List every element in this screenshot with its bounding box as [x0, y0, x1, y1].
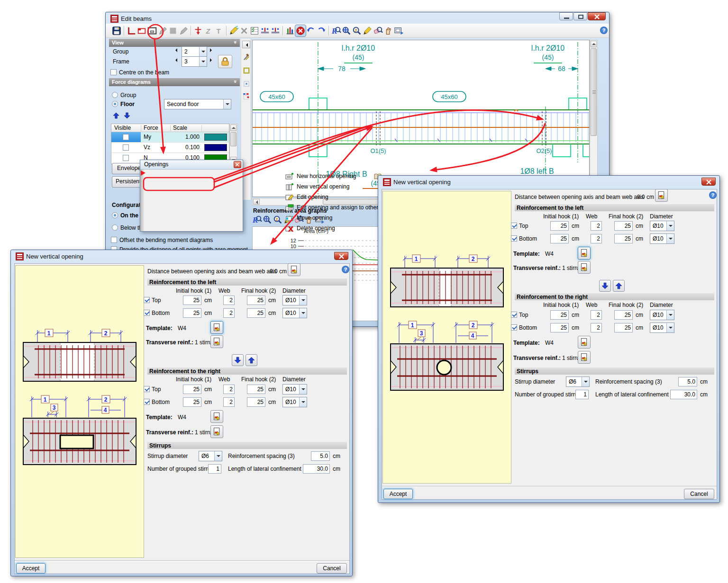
force-group-radio[interactable] — [112, 92, 118, 98]
drawing-vscrollbar[interactable] — [590, 40, 598, 197]
visible-cell-selected[interactable] — [111, 132, 141, 142]
copy-down-button[interactable] — [232, 354, 244, 366]
redraw-button[interactable] — [362, 25, 373, 36]
final-hook-input[interactable] — [614, 323, 633, 332]
confinement-input[interactable] — [303, 464, 330, 474]
final-hook-input[interactable] — [614, 234, 633, 243]
copy-up-button[interactable] — [613, 280, 625, 292]
bottom-checkbox[interactable] — [144, 310, 150, 316]
template-button[interactable] — [210, 410, 223, 423]
lock-frame-button[interactable] — [218, 55, 232, 68]
copy-down-button[interactable] — [599, 280, 611, 292]
force-color-swatch[interactable] — [204, 134, 227, 141]
table-row[interactable]: My 1.000 — [111, 132, 229, 143]
dialog-titlebar[interactable]: New vertical opening — [380, 177, 718, 188]
top-checkbox[interactable] — [144, 297, 150, 303]
edit2-gray-button[interactable] — [178, 25, 189, 36]
openings-menu-titlebar[interactable]: Openings — [140, 160, 243, 170]
bottom-checkbox[interactable] — [511, 324, 517, 331]
section-gray-button[interactable] — [214, 25, 224, 36]
web-input[interactable] — [591, 310, 602, 320]
menu-item-edit-opening[interactable]: Edit opening — [282, 192, 382, 203]
bottom-checkbox[interactable] — [511, 235, 517, 242]
table-scrollbar[interactable] — [229, 124, 237, 164]
force-panel-header[interactable]: Force diagrams» — [109, 78, 240, 86]
beam-detail-button[interactable] — [260, 25, 270, 36]
diameter-dropdown[interactable]: Ø10 — [282, 308, 307, 318]
web-input[interactable] — [223, 385, 235, 394]
yellow-square-icon[interactable] — [242, 66, 251, 75]
close-button[interactable] — [588, 12, 606, 20]
force-floor-radio[interactable] — [112, 101, 118, 107]
beam-section-button[interactable] — [270, 25, 281, 36]
menu-item-edit-assign-opening[interactable]: Edit opening and assign to other — [282, 203, 382, 213]
menu-item-new-vertical-opening[interactable]: New vertical opening — [282, 182, 382, 192]
distance-import-button[interactable] — [288, 263, 300, 276]
chevron-down-icon[interactable] — [666, 310, 674, 320]
copy-up-button[interactable] — [246, 354, 257, 366]
chevron-down-icon[interactable] — [199, 47, 207, 56]
final-hook-input[interactable] — [247, 397, 265, 407]
chevron-down-icon[interactable] — [299, 385, 307, 394]
menu-close-button[interactable] — [234, 161, 241, 168]
spacing-input[interactable] — [311, 451, 330, 461]
chevron-down-icon[interactable] — [199, 57, 207, 66]
stirrup-diameter-dropdown[interactable]: Ø6 — [199, 451, 222, 461]
on-the-radio[interactable] — [112, 212, 118, 218]
confinement-input[interactable] — [670, 390, 697, 399]
delete-x-button[interactable] — [239, 25, 249, 36]
chevron-down-icon[interactable] — [666, 323, 674, 332]
diameter-dropdown[interactable]: Ø10 — [282, 397, 307, 407]
grouped-stirrups-input[interactable] — [575, 390, 589, 399]
selection-icon[interactable] — [242, 80, 251, 88]
diameter-dropdown[interactable]: Ø10 — [650, 233, 674, 244]
collapse-panel-button[interactable] — [242, 41, 250, 48]
initial-hook-input[interactable] — [550, 310, 569, 320]
floor-dropdown[interactable]: Second floor — [164, 99, 231, 109]
final-hook-input[interactable] — [247, 385, 265, 394]
edit-gray-button[interactable] — [157, 25, 168, 36]
initial-hook-input[interactable] — [550, 323, 569, 332]
stirrup-diameter-dropdown[interactable]: Ø6 — [566, 377, 590, 387]
initial-hook-input[interactable] — [183, 308, 201, 318]
group-dropdown[interactable]: 2 — [182, 46, 207, 57]
dialog-close-button[interactable] — [334, 252, 348, 260]
table-row[interactable]: Vz 0.100 — [111, 143, 229, 153]
spacing-input[interactable] — [678, 377, 697, 386]
diameter-dropdown[interactable]: Ø10 — [650, 221, 674, 231]
maximize-button[interactable] — [573, 12, 587, 20]
dialog-help-button[interactable]: ? — [709, 191, 717, 199]
final-hook-input[interactable] — [247, 308, 265, 318]
diameter-dropdown[interactable]: Ø10 — [282, 384, 307, 395]
grouped-stirrups-input[interactable] — [208, 464, 221, 474]
cancel-button[interactable]: Cancel — [317, 563, 347, 574]
chevron-down-icon[interactable] — [299, 308, 307, 318]
transverse-button[interactable] — [578, 351, 591, 364]
final-hook-input[interactable] — [614, 221, 633, 231]
move-up-button[interactable] — [112, 111, 120, 120]
print-window-button[interactable] — [393, 25, 404, 36]
sketch-pencil-button[interactable] — [228, 25, 239, 36]
zoom-extents-button[interactable] — [262, 214, 273, 225]
diameter-dropdown[interactable]: Ø10 — [282, 295, 307, 305]
web-input[interactable] — [591, 234, 602, 243]
top-checkbox[interactable] — [144, 386, 150, 392]
initial-hook-input[interactable] — [183, 296, 201, 305]
template-button[interactable] — [578, 336, 591, 349]
menu-item-delete-opening[interactable]: Delete opening — [282, 224, 382, 234]
final-hook-input[interactable] — [247, 296, 265, 305]
save-button[interactable] — [111, 25, 122, 36]
accept-button[interactable]: Accept — [16, 563, 46, 574]
menu-item-new-horizontal-opening[interactable]: New horizontal opening — [282, 171, 382, 182]
offset-checkbox[interactable] — [111, 237, 117, 243]
redo-button[interactable] — [316, 25, 327, 36]
help-button[interactable]: ? — [600, 27, 608, 34]
web-input[interactable] — [223, 308, 235, 318]
web-input[interactable] — [223, 296, 235, 305]
top-checkbox[interactable] — [511, 223, 517, 229]
fill-gray-button[interactable] — [168, 25, 178, 36]
chevron-down-icon[interactable] — [299, 397, 307, 407]
tools-icon[interactable] — [242, 53, 251, 62]
new-rect-opening-button[interactable] — [136, 25, 147, 36]
chevron-down-icon[interactable] — [214, 451, 222, 461]
